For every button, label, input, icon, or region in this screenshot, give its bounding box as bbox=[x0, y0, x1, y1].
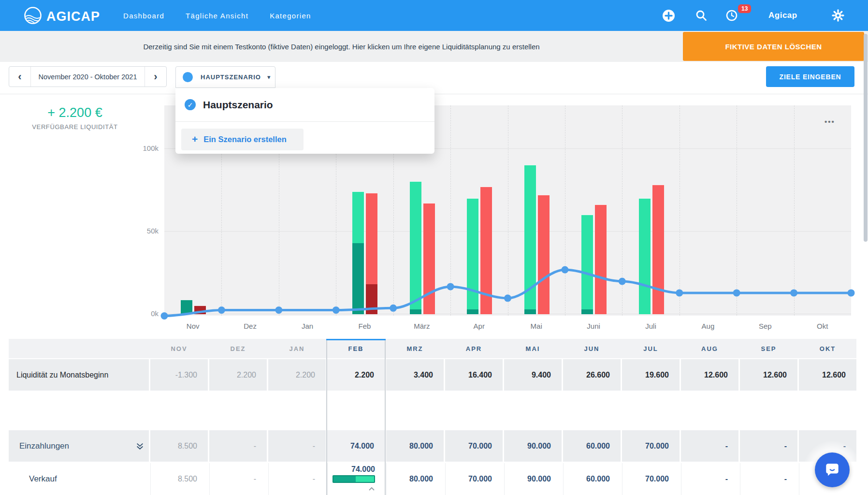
banner-message[interactable]: Derzeitig sind Sie mit einem Testkonto (… bbox=[0, 31, 683, 62]
cell-liquiditaet-mai[interactable]: 9.400 bbox=[504, 359, 562, 391]
cell-einzahlungen-feb[interactable]: 74.000 bbox=[327, 430, 385, 462]
row-label-verkauf: Verkauf bbox=[9, 463, 149, 495]
cell-verkauf-nov[interactable]: 8.500 bbox=[150, 463, 208, 495]
scenario-selector-label: HAUPTSZENARIO bbox=[201, 73, 261, 81]
cell-liquiditaet-apr[interactable]: 16.400 bbox=[445, 359, 503, 391]
y-axis-tick-0k: 0k bbox=[137, 309, 159, 318]
cell-einzahlungen-mai[interactable]: 90.000 bbox=[504, 430, 562, 462]
delete-fake-data-button[interactable]: FIKTIVE DATEN LÖSCHEN bbox=[683, 32, 864, 61]
chevron-up-icon[interactable] bbox=[368, 484, 375, 493]
x-axis-label: Apr bbox=[457, 322, 501, 330]
cell-einzahlungen-nov[interactable]: 8.500 bbox=[150, 430, 208, 462]
line-point bbox=[733, 289, 740, 296]
cell-einzahlungen-apr[interactable]: 70.000 bbox=[445, 430, 503, 462]
page-scrollbar-thumb[interactable] bbox=[864, 34, 868, 242]
line-point bbox=[390, 305, 397, 312]
cell-liquiditaet-jul[interactable]: 19.600 bbox=[622, 359, 680, 391]
scenario-dropdown-menu: ✓ Hauptszenario + Ein Szenario erstellen bbox=[175, 88, 434, 154]
history-clock-icon[interactable] bbox=[725, 0, 738, 31]
check-icon: ✓ bbox=[185, 99, 196, 110]
column-header-okt: OKT bbox=[799, 339, 856, 358]
cell-verkauf-mrz[interactable]: 80.000 bbox=[386, 463, 444, 495]
header-empty-cell bbox=[9, 339, 149, 358]
row-label-einzahlungen[interactable]: Einzahlungen bbox=[9, 430, 149, 462]
add-icon[interactable] bbox=[662, 0, 675, 31]
navbar: AGICAP Dashboard Tägliche Ansicht Katego… bbox=[0, 0, 868, 31]
cell-einzahlungen-dez[interactable]: - bbox=[209, 430, 267, 462]
cell-einzahlungen-jan[interactable]: - bbox=[268, 430, 326, 462]
column-header-feb: FEB bbox=[327, 339, 385, 358]
column-header-jul: JUL bbox=[622, 339, 680, 358]
cell-liquiditaet-feb[interactable]: 2.200 bbox=[327, 359, 385, 391]
cell-verkauf-aug[interactable]: - bbox=[681, 463, 738, 495]
highlight-column-right-border bbox=[385, 339, 386, 495]
column-header-mai: MAI bbox=[504, 339, 562, 358]
nav-links: Dashboard Tägliche Ansicht Kategorien bbox=[123, 0, 311, 31]
cell-liquiditaet-sep[interactable]: 12.600 bbox=[740, 359, 797, 391]
x-axis-label: Nov bbox=[171, 322, 215, 330]
agicap-logo[interactable]: AGICAP bbox=[23, 6, 100, 27]
column-header-dez: DEZ bbox=[209, 339, 267, 358]
cell-verkauf-dez[interactable]: - bbox=[209, 463, 267, 495]
cell-value: 74.000 bbox=[351, 465, 375, 474]
scenario-selector-button[interactable]: HAUPTSZENARIO ▾ bbox=[175, 66, 275, 88]
nav-link-dashboard[interactable]: Dashboard bbox=[123, 12, 164, 20]
x-axis-label: Jan bbox=[286, 322, 329, 330]
cell-liquiditaet-jun[interactable]: 26.600 bbox=[563, 359, 621, 391]
cell-einzahlungen-aug[interactable]: - bbox=[681, 430, 738, 462]
kpi-value: + 2.200 € bbox=[10, 105, 140, 120]
date-range-picker: ‹ November 2020 - Oktober 2021 › bbox=[9, 66, 167, 87]
column-header-nov: NOV bbox=[150, 339, 208, 358]
enter-goals-button[interactable]: ZIELE EINGEBEN bbox=[766, 66, 854, 87]
cell-verkauf-apr[interactable]: 70.000 bbox=[445, 463, 503, 495]
create-scenario-button[interactable]: + Ein Szenario erstellen bbox=[181, 129, 304, 150]
next-period-button[interactable]: › bbox=[145, 67, 166, 87]
agicap-logo-icon bbox=[23, 6, 43, 27]
cell-liquiditaet-okt[interactable]: 12.600 bbox=[799, 359, 856, 391]
previous-period-button[interactable]: ‹ bbox=[9, 67, 30, 87]
actual-vs-forecast-progress-bar bbox=[333, 475, 375, 483]
line-point bbox=[333, 306, 340, 314]
cell-liquiditaet-nov[interactable]: -1.300 bbox=[150, 359, 208, 391]
nav-link-kategorien[interactable]: Kategorien bbox=[270, 12, 311, 20]
table-row-einzahlungen: Einzahlungen8.500--74.00080.00070.00090.… bbox=[9, 430, 856, 462]
account-menu[interactable]: Agicap bbox=[768, 0, 797, 31]
notification-badge: 13 bbox=[738, 4, 751, 13]
column-header-apr: APR bbox=[445, 339, 503, 358]
cell-verkauf-jan[interactable]: - bbox=[268, 463, 326, 495]
cell-einzahlungen-sep[interactable]: - bbox=[740, 430, 797, 462]
column-header-jan: JAN bbox=[268, 339, 326, 358]
cell-liquiditaet-mrz[interactable]: 3.400 bbox=[386, 359, 444, 391]
scenario-color-dot bbox=[183, 72, 193, 82]
brand-name: AGICAP bbox=[46, 9, 100, 24]
highlight-column-left-border bbox=[326, 339, 327, 495]
gear-icon[interactable] bbox=[831, 0, 845, 31]
line-point bbox=[676, 289, 683, 296]
cell-liquiditaet-jan[interactable]: 2.200 bbox=[268, 359, 326, 391]
cell-verkauf-sep[interactable]: - bbox=[740, 463, 797, 495]
cell-verkauf-feb[interactable]: 74.000 bbox=[327, 463, 385, 495]
cell-einzahlungen-jun[interactable]: 60.000 bbox=[563, 430, 621, 462]
period-label[interactable]: November 2020 - Oktober 2021 bbox=[30, 67, 145, 87]
scenario-option-label: Hauptszenario bbox=[203, 99, 273, 111]
x-axis-label: Dez bbox=[229, 322, 272, 330]
search-icon[interactable] bbox=[695, 0, 708, 31]
cell-liquiditaet-dez[interactable]: 2.200 bbox=[209, 359, 267, 391]
cell-liquiditaet-aug[interactable]: 12.600 bbox=[681, 359, 738, 391]
create-scenario-label: Ein Szenario erstellen bbox=[203, 135, 286, 144]
double-chevron-down-icon[interactable] bbox=[136, 442, 144, 453]
scenario-option-hauptszenario[interactable]: ✓ Hauptszenario bbox=[175, 88, 434, 121]
cell-verkauf-mai[interactable]: 90.000 bbox=[504, 463, 562, 495]
column-header-aug: AUG bbox=[681, 339, 738, 358]
x-axis-label: Aug bbox=[686, 322, 730, 330]
chat-button[interactable] bbox=[815, 452, 850, 487]
cell-verkauf-jun[interactable]: 60.000 bbox=[563, 463, 621, 495]
line-point bbox=[218, 306, 225, 314]
nav-link-taegliche-ansicht[interactable]: Tägliche Ansicht bbox=[186, 12, 248, 20]
chart-options-menu-icon[interactable]: ••• bbox=[825, 117, 835, 126]
line-point bbox=[619, 277, 626, 285]
cell-einzahlungen-jul[interactable]: 70.000 bbox=[622, 430, 680, 462]
column-header-sep: SEP bbox=[740, 339, 797, 358]
cell-einzahlungen-mrz[interactable]: 80.000 bbox=[386, 430, 444, 462]
cell-verkauf-jul[interactable]: 70.000 bbox=[622, 463, 680, 495]
